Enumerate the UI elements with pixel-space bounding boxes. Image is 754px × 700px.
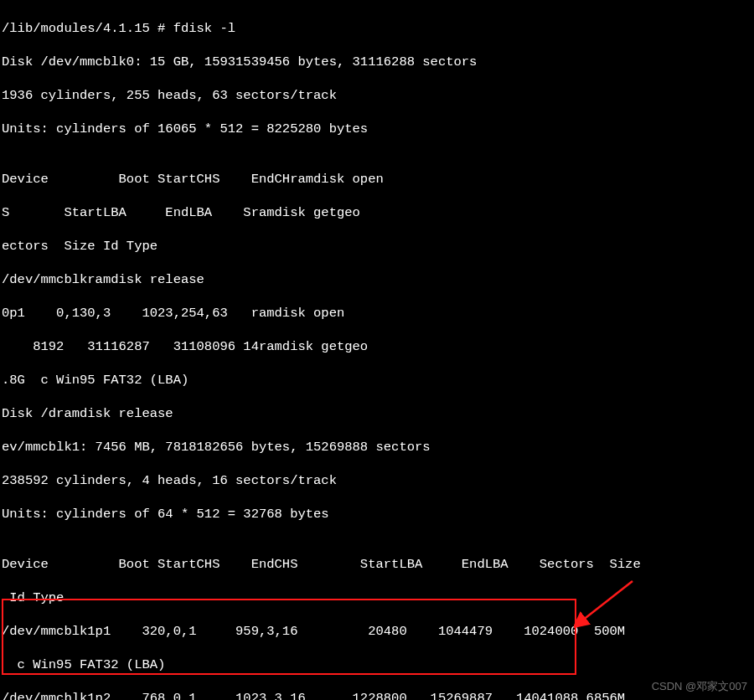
terminal-line: Units: cylinders of 16065 * 512 = 822528…: [2, 121, 752, 137]
watermark-text: CSDN @邓家文007: [652, 678, 747, 695]
terminal-line: Units: cylinders of 64 * 512 = 32768 byt…: [2, 506, 752, 522]
terminal-line: S StartLBA EndLBA Sramdisk getgeo: [2, 204, 752, 221]
terminal-line: Device Boot StartCHS EndCHS StartLBA End…: [2, 556, 752, 573]
terminal-line: /dev/mmcblk1p2 768,0,1 1023,3,16 1228800…: [2, 690, 752, 700]
terminal-line: 1936 cylinders, 255 heads, 63 sectors/tr…: [2, 87, 752, 104]
terminal-line: 0p1 0,130,3 1023,254,63 ramdisk open: [2, 305, 752, 322]
terminal-line: .8G c Win95 FAT32 (LBA): [2, 372, 752, 389]
terminal-line: Device Boot StartCHS EndCHramdisk open: [2, 171, 752, 188]
terminal-line: /lib/modules/4.1.15 # fdisk -l: [2, 20, 752, 37]
terminal-line: Id Type: [2, 589, 752, 606]
terminal-line: ectors Size Id Type: [2, 238, 752, 255]
terminal-line: /dev/mmcblk1p1 320,0,1 959,3,16 20480 10…: [2, 623, 752, 640]
terminal-line: 238592 cylinders, 4 heads, 16 sectors/tr…: [2, 472, 752, 489]
terminal-line: 8192 31116287 31108096 14ramdisk getgeo: [2, 338, 752, 355]
terminal-line: /dev/mmcblkramdisk release: [2, 271, 752, 288]
terminal-output: /lib/modules/4.1.15 # fdisk -l Disk /dev…: [0, 0, 754, 700]
terminal-line: ev/mmcblk1: 7456 MB, 7818182656 bytes, 1…: [2, 439, 752, 456]
terminal-line: c Win95 FAT32 (LBA): [2, 656, 752, 673]
terminal-line: Disk /dev/mmcblk0: 15 GB, 15931539456 by…: [2, 54, 752, 70]
terminal-line: Disk /dramdisk release: [2, 405, 752, 422]
